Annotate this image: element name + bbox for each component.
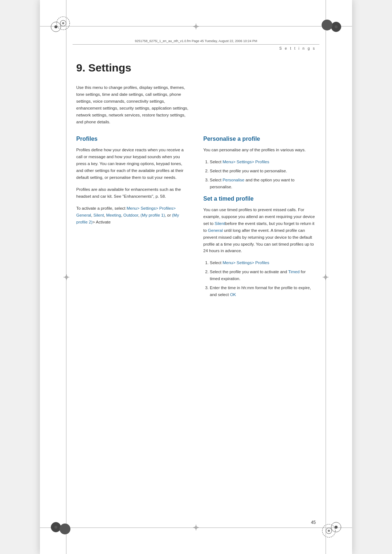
timed-profile-list: Select Menu> Settings> Profiles Select t… — [203, 259, 316, 298]
personalise-list: Select Menu> Settings> Profiles Select t… — [203, 159, 316, 190]
profiles-section-title: Profiles — [76, 136, 189, 142]
mid-reg-left — [64, 274, 69, 280]
page-title: 9. Settings — [76, 62, 316, 74]
mid-reg-bottom — [193, 525, 199, 530]
personalise-section-title: Personalise a profile — [203, 136, 316, 142]
svg-point-2 — [62, 22, 64, 24]
dark-circle-bl — [60, 524, 70, 534]
gear-decoration-tl — [56, 16, 71, 31]
page-number: 45 — [311, 520, 316, 525]
mid-reg-top — [193, 24, 199, 29]
timed-profile-list-item-2: Select the profile you want to activate … — [210, 268, 316, 282]
svg-point-5 — [328, 530, 330, 532]
section-header: S e t t i n g s — [279, 46, 316, 50]
dark-circle-tr — [322, 20, 332, 30]
document-page: 9251758_6275i_1_en_au_oth_v1.0.fm Page 4… — [40, 0, 352, 554]
left-column: Profiles Profiles define how your device… — [76, 136, 189, 303]
profiles-para2: Profiles are also available for enhancem… — [76, 186, 189, 200]
content-area: 9. Settings Use this menu to change prof… — [76, 58, 316, 518]
two-column-layout: Profiles Profiles define how your device… — [76, 136, 316, 303]
personalise-list-item-1: Select Menu> Settings> Profiles — [210, 159, 316, 165]
file-header: 9251758_6275i_1_en_au_oth_v1.0.fm Page 4… — [73, 39, 319, 45]
personalise-list-item-2: Select the profile you want to personali… — [210, 168, 316, 175]
right-column: Personalise a profile You can personalis… — [203, 136, 316, 303]
personalise-para1: You can personalise any of the profiles … — [203, 147, 316, 153]
intro-paragraph: Use this menu to change profiles, displa… — [76, 84, 189, 126]
corner-mark-tr — [331, 22, 341, 32]
profiles-para1: Profiles define how your device reacts w… — [76, 147, 189, 181]
timed-profile-list-item-3: Enter the time in hh:mm format for the p… — [210, 284, 316, 298]
gear-decoration-br — [321, 523, 336, 538]
personalise-list-item-3: Select Personalise and the option you wa… — [210, 177, 316, 190]
mid-reg-right — [323, 274, 328, 280]
timed-profile-section-title: Set a timed profile — [203, 196, 316, 202]
timed-profile-para1: You can use timed profiles to prevent mi… — [203, 206, 316, 255]
timed-profile-list-item-1: Select Menu> Settings> Profiles — [210, 259, 316, 266]
profiles-para3: To activate a profile, select Menu> Sett… — [76, 205, 189, 226]
